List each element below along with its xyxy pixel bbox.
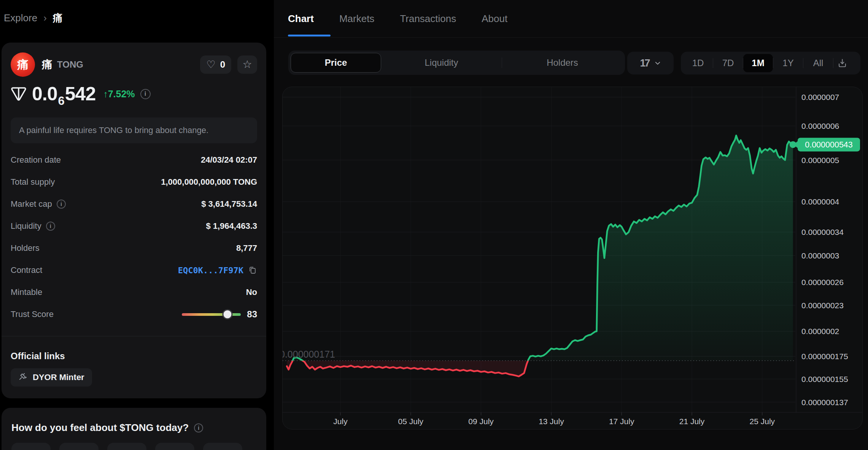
token-info-card: 痛 痛 TONG ♡ 0 ☆ 0.06542 ↑7.52% i A painfu… [2,43,266,398]
copy-icon[interactable] [248,266,257,275]
timeframe-all[interactable]: All [803,58,833,68]
x-axis-tick-label: 21 July [679,417,705,426]
breadcrumb-explore-link[interactable]: Explore [4,12,37,24]
baseline-price-label: 0.000000171 [283,349,335,360]
stat-label: Total supply [11,177,55,187]
liquidity-info-icon[interactable]: i [46,222,55,231]
token-sidebar: Explore › 痛 痛 痛 TONG ♡ 0 ☆ 0.06542 ↑7.52… [0,0,274,450]
y-axis-tick-label: 0.00000026 [801,278,844,287]
x-axis-tick-label: 17 July [609,417,634,426]
trust-score-knob[interactable] [223,311,231,318]
stat-label: Holders [11,243,40,253]
active-tab-underline [288,35,331,36]
stat-row-contract: Contract EQC0K...7F97K [11,264,257,277]
tradingview-dropdown[interactable]: 17 [627,52,674,74]
dyor-minter-label: DYOR Minter [33,372,84,382]
stat-label: Liquidity [11,221,41,231]
timeframe-1d[interactable]: 1D [683,58,713,68]
market-cap-info-icon[interactable]: i [57,200,66,209]
y-axis-tick-label: 0.0000006 [801,122,839,130]
sentiment-pill[interactable] [11,443,51,450]
dyor-minter-button[interactable]: DYOR Minter [11,368,92,387]
detail-tabs: Chart Markets Transactions About [274,0,868,38]
breadcrumb-current: 痛 [53,11,63,25]
stat-value: No [246,287,257,297]
price-info-icon[interactable]: i [140,89,151,99]
tab-markets[interactable]: Markets [339,13,374,25]
stat-row-liquidity: Liquidity i $ 1,964,463.3 [11,220,257,233]
price-zeros-subscript: 6 [58,94,64,108]
price-row: 0.06542 ↑7.52% i [11,83,257,105]
stat-value: 1,000,000,000,000 TONG [161,177,257,187]
sentiment-pill[interactable] [203,443,242,450]
stat-row-total-supply: Total supply 1,000,000,000,000 TONG [11,176,257,189]
y-axis-tick-label: 0.00000034 [801,228,844,236]
y-axis-tick-label: 0.000000137 [801,398,848,407]
stat-row-mintable: Mintable No [11,286,257,299]
tab-about[interactable]: About [482,13,507,25]
trust-score-slider[interactable] [182,313,241,316]
stat-value: 8,777 [236,243,257,253]
download-chart-button[interactable] [833,58,851,68]
series-toggle-price[interactable]: Price [291,53,381,73]
y-axis-tick-label: 0.0000007 [801,93,839,101]
breadcrumb-separator-icon: › [43,12,47,24]
sentiment-info-icon[interactable]: i [194,423,203,433]
stat-label: Contract [11,265,42,275]
y-axis-tick-label: 0.0000004 [801,197,839,206]
sentiment-options [11,443,256,450]
stat-row-creation-date: Creation date 24/03/24 02:07 [11,154,257,166]
price-area-up [287,136,793,377]
stat-row-market-cap: Market cap i $ 3,614,753.14 [11,198,257,211]
y-axis-tick-label: 0.0000003 [801,251,839,260]
stat-label: Trust Score [11,309,54,319]
price-change-badge: ↑7.52% [103,89,135,100]
sentiment-question: How do you feel about $TONG today? [11,422,189,434]
stat-label: Creation date [11,155,61,165]
stat-label: Mintable [11,287,42,297]
timeframe-7d[interactable]: 7D [713,58,743,68]
y-axis-tick-label: 0.0000002 [801,327,839,336]
token-description: A painful life requires TONG to bring ab… [11,117,257,143]
like-button[interactable]: ♡ 0 [200,55,231,74]
sentiment-card: How do you feel about $TONG today? i [2,408,266,450]
stat-row-trust-score: Trust Score 83 [11,308,257,321]
x-axis-tick-label: 09 July [468,417,494,426]
tab-chart[interactable]: Chart [288,13,314,25]
contract-address-link[interactable]: EQC0K...7F97K [178,266,243,275]
stat-value: $ 3,614,753.14 [201,199,257,209]
stat-row-holders: Holders 8,777 [11,242,257,255]
stat-label: Market cap [11,199,52,209]
ton-logo-icon [11,86,27,102]
y-axis-tick-label: 0.000000175 [801,352,848,361]
x-axis-tick-label: July [333,417,348,426]
timeframe-selector: 1D 7D 1M 1Y All [681,52,860,74]
x-axis-tick-label: 13 July [539,417,564,426]
stat-value: 24/03/24 02:07 [201,155,257,165]
timeframe-1m[interactable]: 1M [743,54,773,72]
token-name: 痛 [42,57,52,72]
sentiment-pill[interactable] [155,443,194,450]
timeframe-1y[interactable]: 1Y [773,58,803,68]
download-icon [837,58,847,68]
tab-transactions[interactable]: Transactions [400,13,456,25]
token-ticker: TONG [57,59,83,70]
y-axis-tick-label: 0.00000023 [801,301,844,310]
star-icon: ☆ [242,59,252,70]
series-toggle-holders[interactable]: Holders [502,57,623,68]
chart-series-toggle: Price Liquidity Holders [288,51,625,75]
x-axis-tick-label: 25 July [750,417,775,426]
trust-score-value: 83 [247,309,257,320]
favorite-button[interactable]: ☆ [237,55,257,74]
heart-icon: ♡ [206,60,215,70]
minter-hammer-icon [18,372,28,382]
tradingview-logo-icon: 17 [640,57,649,69]
sentiment-pill[interactable] [107,443,146,450]
series-toggle-liquidity[interactable]: Liquidity [381,57,502,68]
sentiment-pill[interactable] [59,443,99,450]
token-avatar: 痛 [11,52,35,77]
price-chart[interactable]: 0.0000001710.00000070.00000060.00000050.… [283,87,863,429]
breadcrumb: Explore › 痛 [4,11,63,25]
official-links-heading: Official links [11,351,257,361]
token-stats: Creation date 24/03/24 02:07 Total suppl… [11,154,257,321]
